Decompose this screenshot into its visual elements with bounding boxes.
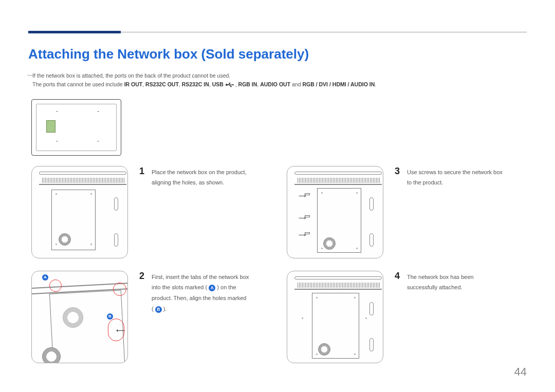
port-last: RGB / DVI / HDMI / AUDIO IN <box>302 81 375 87</box>
overview-dot <box>98 141 99 142</box>
step-1: 1 Place the network box on the product, … <box>31 166 271 258</box>
step2-after: ). <box>162 306 167 312</box>
overview-dot <box>98 111 99 112</box>
step-text: First, insert the tabs of the network bo… <box>152 271 249 315</box>
overview-dot <box>57 111 58 112</box>
port-2: RS232C IN <box>182 81 209 87</box>
svg-marker-4 <box>232 84 234 85</box>
note-dash-icon: ― <box>27 70 34 71</box>
step-text: Place the network box on the product, al… <box>152 166 249 189</box>
svg-point-3 <box>230 86 231 87</box>
port-1: RS232C OUT <box>145 81 179 87</box>
steps-grid: 1 Place the network box on the product, … <box>31 166 527 363</box>
page-number: 44 <box>514 365 527 379</box>
port-0: IR OUT <box>124 81 143 87</box>
step-text: The network box has been successfully at… <box>407 271 505 293</box>
step-3: ⟶ ⟶ ⟶ 3 Use screws to secure the network… <box>287 166 527 258</box>
step-number: 4 <box>391 271 400 282</box>
label-b-icon: B <box>107 313 113 320</box>
figure-1 <box>31 166 128 258</box>
usb-icon <box>225 82 235 87</box>
figure-2: A B ⟵ <box>31 271 128 363</box>
figure-4 <box>287 271 383 363</box>
step-2: A B ⟵ 2 First, insert the tabs of the ne… <box>31 271 271 363</box>
note-line-2: The ports that cannot be used include IR… <box>32 80 527 89</box>
note-prefix: The ports that cannot be used include <box>32 81 124 87</box>
overview-netbox <box>46 120 55 133</box>
port-5: AUDIO OUT <box>260 81 290 87</box>
note-text-1: If the network box is attached, the port… <box>32 72 230 79</box>
step-4: 4 The network box has been successfully … <box>287 271 527 363</box>
label-b: B <box>155 306 162 313</box>
step-text: Use screws to secure the network box to … <box>407 166 505 189</box>
step-number: 1 <box>135 166 144 177</box>
note-period: . <box>375 81 376 87</box>
label-a-icon: A <box>42 274 48 281</box>
note-block: ― If the network box is attached, the po… <box>28 71 527 89</box>
port-4: RGB IN <box>238 81 257 87</box>
svg-rect-2 <box>229 83 230 84</box>
overview-dot <box>57 141 58 142</box>
step-number: 2 <box>135 271 144 282</box>
figure-3: ⟶ ⟶ ⟶ <box>287 166 383 258</box>
label-a: A <box>209 285 215 291</box>
page-title: Attaching the Network box (Sold separate… <box>28 46 527 62</box>
overview-figure <box>31 99 121 156</box>
step-number: 3 <box>391 166 400 177</box>
note-and: and <box>290 81 302 87</box>
header-rule-accent <box>28 31 121 33</box>
note-line-1: ― If the network box is attached, the po… <box>32 71 527 80</box>
port-3: USB <box>212 81 224 87</box>
